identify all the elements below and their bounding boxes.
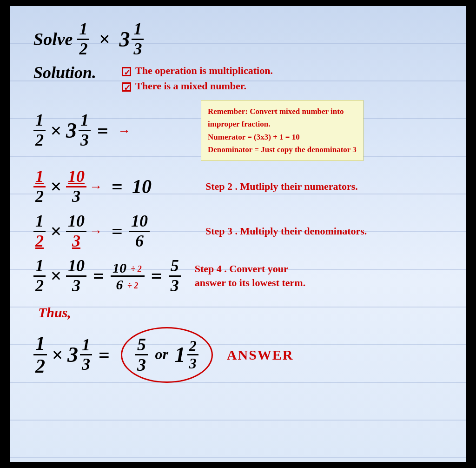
step3-label: Step 3 . Multiply their denominators.: [205, 225, 367, 237]
step3-arrow-icon: →: [89, 224, 102, 239]
main-page: Solve 1 2 × 3 1 3 Solution. The operatio…: [10, 6, 466, 462]
step3-expr: 1 2 × 10 3 → = 10 6: [33, 212, 192, 250]
answer-label: ANSWER: [227, 347, 294, 363]
checkbox2-icon: [122, 82, 131, 92]
step2-label: Step 2 . Mutliply their numerators.: [205, 181, 358, 193]
step2-row: 1 2 × 10 3 → = 10 Step 2 . Mutliply thei…: [24, 167, 452, 206]
solve-label: Solve: [33, 29, 73, 49]
thus-label: Thus,: [38, 305, 71, 320]
title-row: Solve 1 2 × 3 1 3: [24, 20, 452, 58]
solution-label: Solution.: [33, 63, 108, 82]
checkbox1-icon: [122, 67, 131, 76]
step-convert-row: 1 2 × 3 1 3 = → Remember: Convert mixed …: [24, 100, 452, 161]
step3-row: 1 2 × 10 3 → = 10 6 Step 3 . Multiply th…: [24, 212, 452, 250]
step4-expr: 1 2 × 10 3 = 10 ÷ 2 6 ÷ 2 = 5 3: [33, 257, 181, 295]
step2-expr: 1 2 × 10 3 → = 10: [33, 167, 192, 206]
thus-row: Thus,: [24, 305, 452, 321]
or-text: or: [155, 346, 172, 362]
step2-arrow-icon: →: [89, 179, 102, 194]
solution-row: Solution. The operation is multiplicatio…: [24, 63, 452, 94]
step4-row: 1 2 × 10 3 = 10 ÷ 2 6 ÷ 2 = 5 3: [24, 257, 452, 295]
memo-box: Remember: Convert mixed number into impr…: [201, 100, 364, 161]
right-arrow-icon: →: [118, 123, 131, 138]
convert-expr: 1 2 × 3 1 3 = →: [33, 111, 192, 149]
fraction-half: 1 2: [77, 20, 89, 58]
mixed-number-title: 3 1 3: [119, 20, 144, 58]
step4-label: Step 4 . Convert your answer to its lowe…: [195, 262, 316, 291]
final-expr: 1 2 × 3 1 3 = 5 3: [33, 327, 218, 383]
multiply-operator: ×: [99, 28, 110, 50]
step1-text: The operation is multiplication. There i…: [122, 63, 273, 94]
final-answer-row: 1 2 × 3 1 3 = 5 3: [24, 327, 452, 383]
answer-circle: 5 3 or 1 2 3: [121, 327, 213, 383]
